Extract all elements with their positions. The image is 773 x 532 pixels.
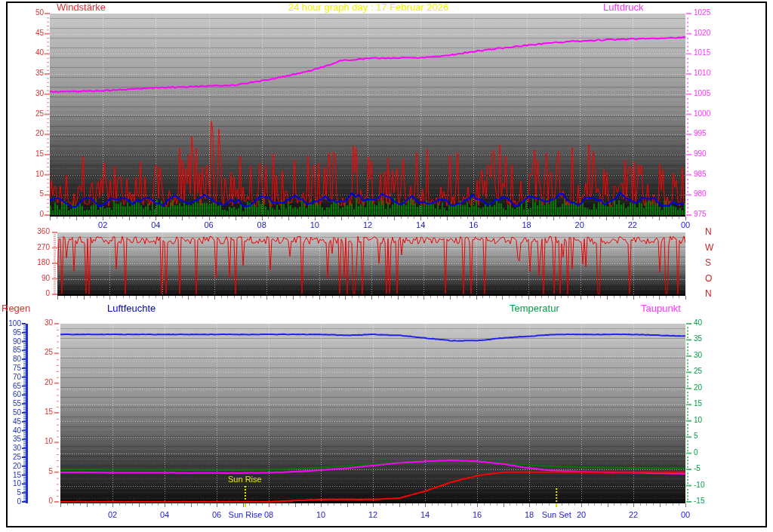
p3-time-label: 00: [678, 511, 693, 519]
p1-left-tick-label: 30: [18, 90, 44, 97]
p2-compass-letter: N: [705, 227, 712, 236]
p3-humidity-tick-label: 65: [2, 383, 21, 390]
p2-left-tick-label: 270: [26, 244, 50, 251]
p3-rain-tick-label: 5: [33, 468, 53, 475]
p3-humidity-tick-label: 30: [2, 444, 21, 452]
p1-left-tick-label: 45: [18, 29, 44, 37]
p3-temperature-tick-label: 40: [694, 319, 702, 327]
p1-right-tick-label: 1025: [694, 9, 710, 17]
p1-left-tick-label: 5: [18, 190, 44, 198]
p3-temperature-tick-label: 5: [694, 432, 698, 440]
p1-right-tick-label: 990: [694, 150, 707, 158]
p3-temperature-tick-label: 15: [694, 400, 702, 407]
p3-humidity-tick-label: 70: [2, 374, 21, 381]
p3-rain-tick-label: 10: [33, 438, 53, 445]
p3-temperature-tick-label: 35: [694, 335, 702, 343]
p1-time-label: 18: [519, 221, 534, 229]
p1-time-label: 02: [95, 221, 110, 229]
weather-graph-canvas: [0, 0, 773, 532]
p1-right-tick-label: 995: [694, 130, 707, 137]
p3-humidity-tick-label: 15: [2, 472, 21, 479]
p2-left-tick-label: 180: [26, 259, 50, 266]
p3-humidity-tick-label: 60: [2, 391, 21, 398]
p1-left-tick-label: 15: [18, 150, 44, 158]
pressure-title: Luftdruck: [603, 2, 643, 12]
p3-time-label: 12: [365, 511, 380, 519]
p3-time-label: 18: [522, 511, 537, 519]
p3-humidity-tick-label: 55: [2, 400, 21, 407]
p3-time-label: 04: [157, 511, 172, 519]
p3-humidity-tick-label: 50: [2, 409, 21, 417]
sunrise-axis-label: Sun Rise: [227, 511, 263, 519]
p1-time-label: 20: [572, 221, 587, 229]
p2-compass-letter: N: [705, 289, 712, 298]
p3-humidity-tick-label: 40: [2, 427, 21, 435]
p3-humidity-tick-label: 90: [2, 338, 21, 346]
p3-humidity-tick-label: 85: [2, 346, 21, 354]
p3-time-label: 22: [626, 511, 641, 519]
humidity-title: Luftfeuchte: [107, 303, 156, 313]
p1-left-tick-label: 35: [18, 69, 44, 77]
p1-time-label: 16: [466, 221, 481, 229]
p3-humidity-tick-label: 5: [2, 489, 21, 497]
graph-date-title: 24 hour graph day : 17 Februar 2026: [278, 2, 459, 12]
p3-time-label: 10: [313, 511, 328, 519]
p1-left-tick-label: 50: [18, 9, 44, 17]
rain-title: Regen: [2, 303, 30, 313]
p1-time-label: 10: [307, 221, 322, 229]
p1-time-label: 00: [678, 221, 693, 229]
p3-time-label: 02: [105, 511, 120, 519]
p3-temperature-tick-label: 10: [694, 417, 702, 424]
wind-strength-title: Windstärke: [57, 2, 106, 12]
p2-compass-letter: S: [705, 258, 711, 267]
p3-rain-tick-label: 25: [33, 349, 53, 356]
p1-right-tick-label: 1020: [694, 29, 710, 37]
p2-left-tick-label: 0: [26, 290, 50, 297]
p1-time-label: 08: [254, 221, 269, 229]
p3-time-label: 08: [261, 511, 276, 519]
p2-left-tick-label: 360: [26, 228, 50, 235]
p1-left-tick-label: 10: [18, 171, 44, 178]
p1-left-tick-label: 25: [18, 110, 44, 118]
p1-right-tick-label: 1005: [694, 90, 710, 97]
sun-rise-chart-label: Sun Rise: [228, 475, 262, 484]
p1-left-tick-label: 40: [18, 49, 44, 57]
p3-rain-tick-label: 30: [33, 319, 53, 327]
p1-right-tick-label: 1010: [694, 69, 710, 77]
p1-time-label: 12: [360, 221, 375, 229]
p1-right-tick-label: 985: [694, 171, 707, 178]
p1-right-tick-label: 980: [694, 190, 707, 198]
p3-time-label: 20: [574, 511, 589, 519]
p1-right-tick-label: 1015: [694, 49, 710, 57]
p3-humidity-tick-label: 100: [2, 320, 21, 328]
p3-temperature-tick-label: -5: [694, 465, 701, 472]
sunset-axis-label: Sun Set: [538, 511, 574, 519]
p1-time-label: 22: [625, 221, 640, 229]
p3-humidity-tick-label: 75: [2, 364, 21, 372]
p3-temperature-tick-label: -10: [694, 481, 704, 489]
p3-time-label: 16: [470, 511, 485, 519]
p3-rain-tick-label: 15: [33, 408, 53, 416]
p3-temperature-tick-label: -15: [694, 497, 704, 505]
p3-rain-tick-label: 0: [33, 497, 53, 505]
p1-right-tick-label: 975: [694, 211, 707, 218]
p2-left-tick-label: 90: [26, 275, 50, 282]
p3-temperature-tick-label: 20: [694, 384, 702, 392]
p1-time-label: 14: [413, 221, 428, 229]
p3-humidity-tick-label: 25: [2, 454, 21, 461]
p3-rain-tick-label: 20: [33, 379, 53, 386]
p3-humidity-tick-label: 80: [2, 355, 21, 363]
p3-humidity-tick-label: 45: [2, 418, 21, 426]
p2-compass-letter: W: [705, 243, 713, 252]
p3-temperature-tick-label: 30: [694, 352, 702, 359]
p1-left-tick-label: 0: [18, 211, 44, 218]
p3-temperature-tick-label: 25: [694, 367, 702, 375]
p3-humidity-tick-label: 0: [2, 498, 21, 506]
p3-temperature-tick-label: 0: [694, 449, 698, 457]
p3-humidity-tick-label: 10: [2, 480, 21, 487]
p1-right-tick-label: 1000: [694, 110, 710, 118]
p1-time-label: 06: [202, 221, 217, 229]
p1-left-tick-label: 20: [18, 130, 44, 137]
p3-humidity-tick-label: 95: [2, 329, 21, 337]
p3-time-label: 14: [417, 511, 433, 519]
